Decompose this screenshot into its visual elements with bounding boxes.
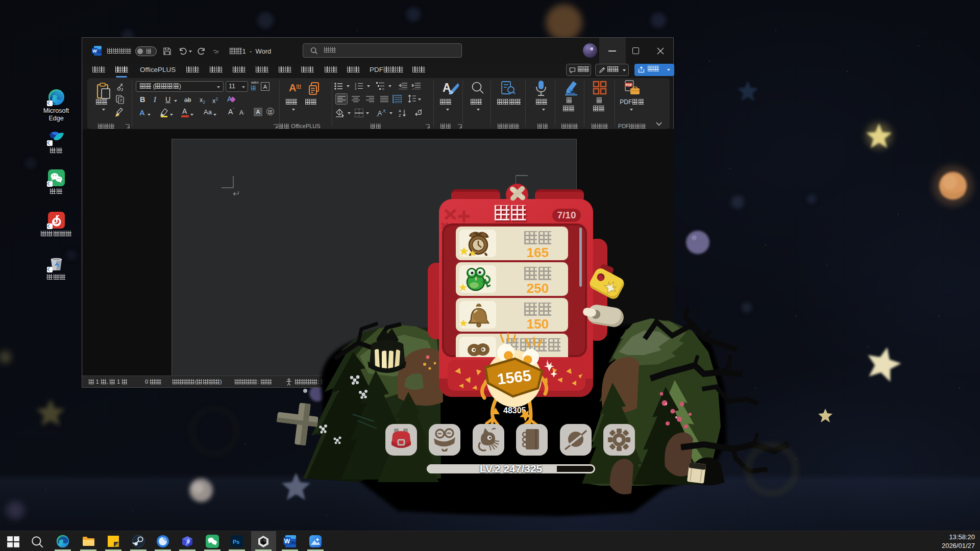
svg-text:W: W	[284, 538, 290, 545]
svg-text:Ps: Ps	[233, 539, 239, 545]
